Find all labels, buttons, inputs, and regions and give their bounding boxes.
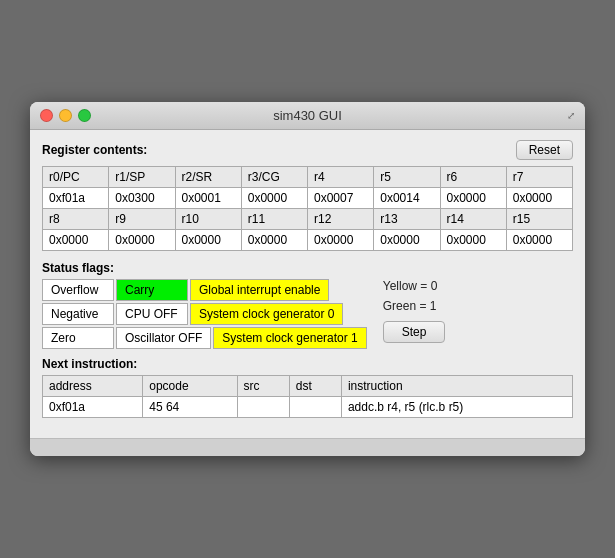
status-flag-cell: System clock generator 1 [213, 327, 366, 349]
close-button[interactable] [40, 109, 53, 122]
status-flag-row: NegativeCPU OFFSystem clock generator 0 [42, 303, 367, 325]
register-header-cell: r4 [308, 167, 374, 188]
bottom-bar [30, 438, 585, 456]
register-value-cell: 0x0000 [440, 188, 506, 209]
maximize-button[interactable] [78, 109, 91, 122]
register-value-cell: 0x0001 [175, 188, 241, 209]
register-value-cell: 0x0007 [308, 188, 374, 209]
status-title: Status flags: [42, 261, 573, 275]
status-flag-cell: Overflow [42, 279, 114, 301]
register-header-cell: r0/PC [43, 167, 109, 188]
window-title: sim430 GUI [273, 108, 342, 123]
register-value-cell: 0x0000 [43, 230, 109, 251]
register-value-cell: 0x0014 [374, 188, 440, 209]
register-header-cell: r5 [374, 167, 440, 188]
register-header-cell: r7 [506, 167, 572, 188]
register-value-cell: 0x0000 [241, 230, 307, 251]
instruction-header-row: addressopcodesrcdstinstruction [43, 376, 573, 397]
reset-button[interactable]: Reset [516, 140, 573, 160]
status-flag-row: ZeroOscillator OFFSystem clock generator… [42, 327, 367, 349]
register-label: Register contents: [42, 143, 147, 157]
step-button[interactable]: Step [383, 321, 446, 343]
status-flag-cell: System clock generator 0 [190, 303, 343, 325]
register-header-cell: r12 [308, 209, 374, 230]
instruction-data-cell [237, 397, 289, 418]
register-header-row-2: r8r9r10r11r12r13r14r15 [43, 209, 573, 230]
register-value-cell: 0x0000 [506, 230, 572, 251]
instruction-table: addressopcodesrcdstinstruction 0xf01a45 … [42, 375, 573, 418]
register-value-cell: 0xf01a [43, 188, 109, 209]
instruction-header-cell: src [237, 376, 289, 397]
status-info-col: Yellow = 0 Green = 1 Step [383, 279, 446, 343]
register-header-cell: r1/SP [109, 167, 175, 188]
status-flag-cell: Oscillator OFF [116, 327, 211, 349]
green-label: Green = 1 [383, 299, 446, 313]
register-header-cell: r15 [506, 209, 572, 230]
register-value-row-1: 0xf01a0x03000x00010x00000x00070x00140x00… [43, 188, 573, 209]
status-section: Status flags: OverflowCarryGlobal interr… [42, 261, 573, 349]
register-value-cell: 0x0000 [374, 230, 440, 251]
status-flag-cell: Global interrupt enable [190, 279, 329, 301]
register-header-row-1: r0/PCr1/SPr2/SRr3/CGr4r5r6r7 [43, 167, 573, 188]
next-instruction-section: Next instruction: addressopcodesrcdstins… [42, 357, 573, 418]
register-value-cell: 0x0000 [109, 230, 175, 251]
status-flag-cell: Zero [42, 327, 114, 349]
register-value-cell: 0x0000 [506, 188, 572, 209]
instruction-header-cell: dst [289, 376, 341, 397]
status-flag-row: OverflowCarryGlobal interrupt enable [42, 279, 367, 301]
register-header-cell: r9 [109, 209, 175, 230]
registers-table: r0/PCr1/SPr2/SRr3/CGr4r5r6r7 0xf01a0x030… [42, 166, 573, 251]
register-header-cell: r2/SR [175, 167, 241, 188]
traffic-lights [40, 109, 91, 122]
expand-icon[interactable]: ⤢ [567, 110, 575, 121]
instruction-data-cell [289, 397, 341, 418]
register-header-cell: r8 [43, 209, 109, 230]
instruction-header-cell: address [43, 376, 143, 397]
status-flag-cell: CPU OFF [116, 303, 188, 325]
register-value-cell: 0x0300 [109, 188, 175, 209]
register-value-cell: 0x0000 [308, 230, 374, 251]
register-section-header: Register contents: Reset [42, 140, 573, 160]
next-instruction-title: Next instruction: [42, 357, 573, 371]
register-header-cell: r10 [175, 209, 241, 230]
register-value-row-2: 0x00000x00000x00000x00000x00000x00000x00… [43, 230, 573, 251]
instruction-data-cell: 0xf01a [43, 397, 143, 418]
register-value-cell: 0x0000 [440, 230, 506, 251]
instruction-data-row: 0xf01a45 64addc.b r4, r5 (rlc.b r5) [43, 397, 573, 418]
instruction-header-cell: opcode [143, 376, 237, 397]
status-flags-grid: OverflowCarryGlobal interrupt enableNega… [42, 279, 367, 349]
titlebar: sim430 GUI ⤢ [30, 102, 585, 130]
register-value-cell: 0x0000 [241, 188, 307, 209]
yellow-label: Yellow = 0 [383, 279, 446, 293]
status-flag-cell: Negative [42, 303, 114, 325]
minimize-button[interactable] [59, 109, 72, 122]
main-window: sim430 GUI ⤢ Register contents: Reset r0… [30, 102, 585, 456]
register-header-cell: r6 [440, 167, 506, 188]
content-area: Register contents: Reset r0/PCr1/SPr2/SR… [30, 130, 585, 428]
instruction-header-cell: instruction [341, 376, 572, 397]
instruction-data-cell: addc.b r4, r5 (rlc.b r5) [341, 397, 572, 418]
register-header-cell: r14 [440, 209, 506, 230]
status-flag-cell: Carry [116, 279, 188, 301]
instruction-data-cell: 45 64 [143, 397, 237, 418]
register-header-cell: r3/CG [241, 167, 307, 188]
register-value-cell: 0x0000 [175, 230, 241, 251]
register-header-cell: r11 [241, 209, 307, 230]
register-header-cell: r13 [374, 209, 440, 230]
